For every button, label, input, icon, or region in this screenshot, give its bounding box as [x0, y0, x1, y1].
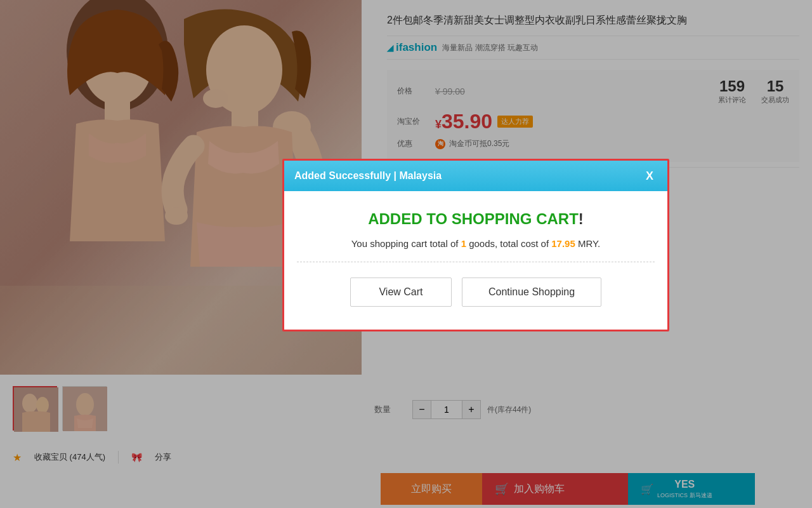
- continue-shopping-button[interactable]: Continue Shopping: [462, 277, 601, 307]
- modal-title: Added Successfully | Malaysia: [294, 170, 442, 182]
- modal-success-text: ADDED TO SHOPPING CART!: [297, 210, 655, 228]
- modal-cart-summary: You shopping cart total of 1 goods, tota…: [297, 238, 655, 249]
- modal-close-button[interactable]: X: [642, 168, 657, 184]
- modal-divider: [297, 262, 655, 262]
- view-cart-button[interactable]: View Cart: [350, 277, 452, 307]
- cart-qty: 1: [461, 238, 466, 249]
- modal-dialog: Added Successfully | Malaysia X ADDED TO…: [282, 159, 669, 331]
- cart-cost: 17.95: [551, 238, 575, 249]
- modal-header: Added Successfully | Malaysia X: [284, 161, 667, 191]
- modal-actions: View Cart Continue Shopping: [297, 272, 655, 317]
- modal-body: ADDED TO SHOPPING CART! You shopping car…: [284, 191, 667, 330]
- page-wrapper: ★ 收藏宝贝 (474人气) 🎀 分享 2件包邮冬季清新甜美女士调整型内衣收副乳…: [0, 0, 812, 508]
- modal-overlay: Added Successfully | Malaysia X ADDED TO…: [0, 0, 812, 508]
